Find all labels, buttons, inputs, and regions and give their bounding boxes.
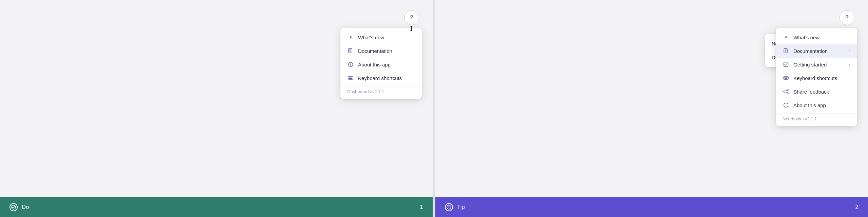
bar-number-right: 2 xyxy=(855,204,859,211)
svg-rect-23 xyxy=(787,78,788,78)
version-left: Dashboards v2.1.1 xyxy=(340,86,422,96)
svg-line-28 xyxy=(785,90,787,91)
svg-rect-12 xyxy=(349,78,352,79)
keyboard-label-right: Keyboard shortcuts xyxy=(793,75,850,81)
svg-rect-22 xyxy=(786,78,787,78)
whats-new-item-left[interactable]: ✦ What's new xyxy=(340,31,422,44)
documentation-label-left: Documentation xyxy=(358,48,415,54)
bottom-bar-left: Do 1 xyxy=(0,197,433,217)
version-right: Notebooks v2.1.1 xyxy=(776,113,857,123)
getting-started-item[interactable]: Getting started › xyxy=(776,58,857,71)
svg-point-32 xyxy=(786,104,786,104)
about-label-right: About this app xyxy=(793,102,850,108)
whats-new-item-right[interactable]: ✦ What's new xyxy=(776,31,857,44)
share-feedback-label: Share feedback xyxy=(793,89,850,95)
documentation-label-right: Documentation xyxy=(793,48,845,54)
documentation-item-left[interactable]: Documentation xyxy=(340,44,422,58)
getting-started-label: Getting started xyxy=(793,62,845,67)
svg-rect-21 xyxy=(785,78,786,78)
about-item-right[interactable]: About this app xyxy=(776,98,857,112)
bar-icon-left xyxy=(9,203,18,211)
svg-rect-7 xyxy=(348,77,353,79)
rocket-icon xyxy=(783,61,789,68)
svg-rect-24 xyxy=(785,78,787,79)
sparkles-icon-left: ✦ xyxy=(347,34,354,41)
panel-divider xyxy=(433,0,435,217)
document-icon-right xyxy=(783,47,789,54)
svg-point-25 xyxy=(787,89,788,91)
panel-left-content: ? 𝖨 ✦ What's new Docum xyxy=(0,0,433,197)
svg-line-29 xyxy=(785,92,787,93)
svg-rect-10 xyxy=(351,78,352,78)
info-icon-right xyxy=(783,102,789,108)
whats-new-label-right: What's new xyxy=(793,35,850,40)
panel-left: ? 𝖨 ✦ What's new Docum xyxy=(0,0,433,217)
about-item-left[interactable]: About this app xyxy=(340,58,422,71)
panel-right-content: ? Notebooks Dynatrace Query Language ✦ W… xyxy=(435,0,868,197)
dropdown-menu-left: ✦ What's new Documentation xyxy=(340,28,422,99)
svg-point-27 xyxy=(784,91,785,92)
info-icon-left xyxy=(347,61,354,68)
help-button-right[interactable]: ? xyxy=(840,10,854,25)
keyboard-label-left: Keyboard shortcuts xyxy=(358,75,415,81)
document-icon-left xyxy=(347,47,354,54)
svg-point-26 xyxy=(787,93,788,94)
bar-icon-right xyxy=(445,203,453,211)
svg-point-6 xyxy=(350,63,351,64)
sparkles-icon-right: ✦ xyxy=(783,34,789,41)
bottom-bar-right: Tip 2 xyxy=(435,197,868,217)
keyboard-icon-left xyxy=(347,75,354,81)
help-button-left[interactable]: ? xyxy=(404,10,419,25)
documentation-arrow-right: › xyxy=(849,48,850,54)
about-label-left: About this app xyxy=(358,62,415,67)
whats-new-label-left: What's new xyxy=(358,35,415,40)
svg-rect-8 xyxy=(349,78,350,78)
bar-label-left: Do xyxy=(22,204,29,211)
keyboard-item-left[interactable]: Keyboard shortcuts xyxy=(340,71,422,85)
svg-rect-20 xyxy=(784,78,785,78)
keyboard-item-right[interactable]: Keyboard shortcuts xyxy=(776,71,857,85)
documentation-item-right[interactable]: Documentation › xyxy=(776,44,857,58)
panel-right: ? Notebooks Dynatrace Query Language ✦ W… xyxy=(435,0,868,217)
svg-rect-9 xyxy=(350,78,351,78)
help-icon-left: ? xyxy=(410,14,413,21)
svg-rect-11 xyxy=(352,78,352,78)
bar-number-left: 1 xyxy=(420,204,423,211)
bar-label-right: Tip xyxy=(457,204,465,211)
dropdown-menu-right: ✦ What's new Documentation › xyxy=(776,28,857,126)
keyboard-icon-right xyxy=(783,75,789,81)
share-feedback-item[interactable]: Share feedback xyxy=(776,85,857,98)
svg-point-35 xyxy=(449,206,449,206)
getting-started-arrow: › xyxy=(849,62,850,67)
share-icon xyxy=(783,88,789,95)
svg-rect-19 xyxy=(784,77,788,79)
help-icon-right: ? xyxy=(845,14,849,21)
